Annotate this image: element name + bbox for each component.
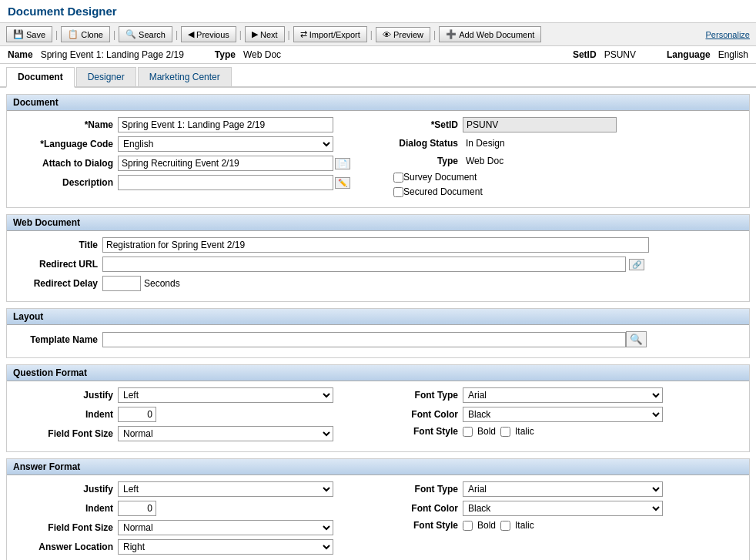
question-format-form-body: Justify LeftRightCenter Indent Field Fon…	[7, 381, 749, 451]
a-italic-checkbox[interactable]	[500, 521, 510, 531]
description-lookup-icon[interactable]: ✏️	[335, 177, 350, 189]
redirect-url-row: Redirect URL 🔗	[10, 257, 746, 272]
redirect-url-link-icon[interactable]: 🔗	[629, 259, 644, 270]
secured-doc-checkbox[interactable]	[393, 187, 403, 197]
q-font-type-select[interactable]: ArialTimes New RomanCourier	[463, 387, 663, 403]
document-form-body: *Name *Language Code English Attach to D…	[7, 111, 749, 207]
attach-dialog-label: Attach to Dialog	[10, 158, 118, 169]
a-indent-input[interactable]	[118, 501, 156, 516]
a-answer-location-label: Answer Location	[10, 542, 118, 552]
q-indent-label: Indent	[10, 409, 118, 420]
a-answer-location-row: Answer Location RightLeftBelow	[10, 539, 370, 555]
attach-dialog-lookup-icon[interactable]: 📄	[335, 158, 350, 169]
search-button[interactable]: 🔍 Search	[119, 26, 172, 42]
setid-input[interactable]	[463, 117, 617, 132]
header-language-label: Language	[667, 49, 711, 60]
a-italic-label: Italic	[515, 520, 534, 531]
add-web-document-button[interactable]: ➕ Add Web Document	[439, 26, 541, 42]
q-field-font-size-row: Field Font Size NormalSmallLarge	[10, 426, 370, 441]
import-export-icon: ⇄	[300, 29, 307, 39]
tab-designer[interactable]: Designer	[76, 67, 136, 86]
q-font-style-container: Bold Italic	[463, 426, 534, 437]
template-name-row: Template Name 🔍	[10, 331, 746, 347]
next-button[interactable]: ▶ Next	[245, 26, 285, 42]
document-left-col: *Name *Language Code English Attach to D…	[10, 117, 370, 201]
layout-section-header: Layout	[7, 309, 749, 325]
a-answer-location-select[interactable]: RightLeftBelow	[118, 539, 333, 555]
a-font-type-label: Font Type	[386, 484, 463, 495]
personalize-link[interactable]: Personalize	[706, 30, 750, 39]
attach-dialog-row: Attach to Dialog 📄	[10, 156, 370, 171]
a-bold-label: Bold	[477, 520, 496, 531]
a-indent-row: Indent	[10, 501, 370, 516]
answer-format-section: Answer Format Justify LeftRightCenter In…	[6, 458, 750, 560]
redirect-url-label: Redirect URL	[10, 259, 102, 270]
answer-format-left: Justify LeftRightCenter Indent Field Fon…	[10, 481, 370, 558]
answer-format-section-header: Answer Format	[7, 459, 749, 475]
header-language-value: English	[718, 49, 748, 60]
tab-document[interactable]: Document	[6, 67, 75, 88]
description-label: Description	[10, 177, 118, 188]
a-font-color-row: Font Color BlackRedBlueGreen	[386, 501, 746, 516]
header-setid-label: SetID	[573, 49, 597, 60]
search-icon: 🔍	[125, 29, 136, 39]
redirect-delay-input[interactable]	[102, 276, 141, 291]
name-input[interactable]	[118, 117, 333, 132]
type-label: Type	[386, 156, 463, 166]
q-bold-label: Bold	[477, 426, 496, 437]
q-bold-checkbox[interactable]	[463, 427, 473, 437]
language-code-label: *Language Code	[10, 139, 118, 149]
name-row: *Name	[10, 117, 370, 132]
import-export-button[interactable]: ⇄ Import/Export	[293, 26, 367, 42]
question-format-section-header: Question Format	[7, 365, 749, 381]
header-type-label: Type	[215, 49, 236, 60]
clone-button[interactable]: 📋 Clone	[61, 26, 110, 42]
a-bold-checkbox[interactable]	[463, 521, 473, 531]
description-input[interactable]	[118, 175, 333, 190]
survey-doc-checkbox[interactable]	[393, 173, 403, 183]
web-document-section: Web Document Title Redirect URL 🔗 Redire…	[6, 214, 750, 302]
q-justify-select[interactable]: LeftRightCenter	[118, 387, 333, 403]
a-justify-select[interactable]: LeftRightCenter	[118, 481, 333, 497]
attach-dialog-input[interactable]	[118, 156, 333, 171]
save-icon: 💾	[13, 29, 24, 39]
a-field-font-size-select[interactable]: NormalSmallLarge	[118, 520, 333, 535]
header-type-value: Web Doc	[243, 49, 281, 60]
q-font-color-label: Font Color	[386, 409, 463, 420]
tab-marketing-center[interactable]: Marketing Center	[138, 67, 232, 86]
question-format-left: Justify LeftRightCenter Indent Field Fon…	[10, 387, 370, 445]
secured-doc-row: Secured Document	[393, 186, 746, 197]
language-code-select[interactable]: English	[118, 136, 333, 152]
header-info: Name Spring Event 1: Landing Page 2/19 T…	[0, 46, 756, 64]
a-field-font-size-row: Field Font Size NormalSmallLarge	[10, 520, 370, 535]
description-row: Description ✏️	[10, 175, 370, 190]
title-row: Title	[10, 237, 746, 253]
q-font-color-select[interactable]: BlackRedBlueGreen	[463, 407, 663, 422]
a-font-type-row: Font Type ArialTimes New RomanCourier	[386, 481, 746, 497]
save-button[interactable]: 💾 Save	[6, 26, 52, 42]
q-indent-input[interactable]	[118, 407, 156, 422]
template-name-input[interactable]	[102, 332, 626, 347]
a-justify-label: Justify	[10, 484, 118, 495]
preview-button[interactable]: 👁 Preview	[376, 27, 430, 42]
layout-section: Layout Template Name 🔍	[6, 308, 750, 358]
title-input[interactable]	[102, 237, 649, 253]
a-indent-label: Indent	[10, 503, 118, 514]
q-field-font-size-label: Field Font Size	[10, 428, 118, 439]
template-name-search-icon[interactable]: 🔍	[626, 331, 647, 347]
clone-icon: 📋	[68, 29, 79, 39]
q-field-font-size-select[interactable]: NormalSmallLarge	[118, 426, 333, 441]
template-name-label: Template Name	[10, 334, 102, 345]
q-italic-checkbox[interactable]	[500, 427, 510, 437]
previous-button[interactable]: ◀ Previous	[181, 26, 236, 42]
add-web-document-icon: ➕	[446, 29, 457, 39]
tabs: Document Designer Marketing Center	[0, 67, 756, 88]
redirect-delay-label: Redirect Delay	[10, 278, 102, 289]
main-content: Document *Name *Language Code English	[0, 88, 756, 560]
a-font-color-select[interactable]: BlackRedBlueGreen	[463, 501, 663, 516]
next-icon: ▶	[252, 29, 258, 39]
a-font-type-select[interactable]: ArialTimes New RomanCourier	[463, 481, 663, 497]
redirect-url-input[interactable]	[102, 257, 626, 272]
q-justify-label: Justify	[10, 390, 118, 401]
question-format-right: Font Type ArialTimes New RomanCourier Fo…	[370, 387, 746, 445]
